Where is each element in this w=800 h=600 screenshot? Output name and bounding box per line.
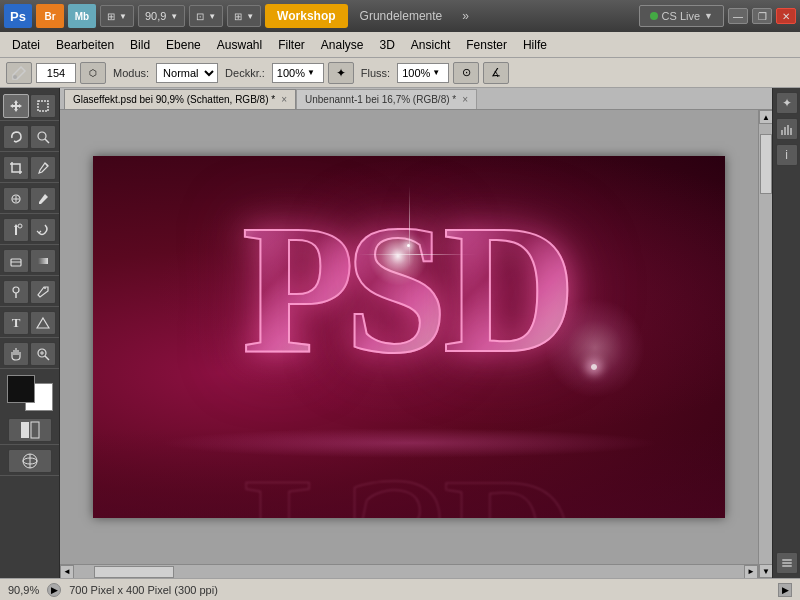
v-scroll-down-button[interactable]: ▼ bbox=[759, 564, 772, 578]
minimize-button[interactable]: — bbox=[728, 8, 748, 24]
3d-mode-group bbox=[0, 447, 59, 476]
svg-rect-19 bbox=[21, 422, 29, 438]
eyedropper-tool[interactable] bbox=[30, 156, 56, 180]
menu-auswahl[interactable]: Auswahl bbox=[209, 35, 270, 55]
panel-extras-icon[interactable]: ✦ bbox=[776, 92, 798, 114]
svg-rect-11 bbox=[38, 258, 48, 264]
shape-tool[interactable] bbox=[30, 311, 56, 335]
menu-filter[interactable]: Filter bbox=[270, 35, 313, 55]
eraser-tool[interactable] bbox=[3, 249, 29, 273]
close-button[interactable]: ✕ bbox=[776, 8, 796, 24]
healing-tool[interactable] bbox=[3, 187, 29, 211]
h-scroll-right-button[interactable]: ► bbox=[744, 565, 758, 579]
menu-datei[interactable]: Datei bbox=[4, 35, 48, 55]
status-arrow-button[interactable]: ▶ bbox=[778, 583, 792, 597]
svg-point-8 bbox=[18, 224, 22, 228]
svg-rect-28 bbox=[782, 565, 792, 567]
panel-layers-icon[interactable] bbox=[776, 552, 798, 574]
move-tool[interactable] bbox=[3, 94, 29, 118]
svg-rect-27 bbox=[790, 128, 792, 135]
menu-3d[interactable]: 3D bbox=[372, 35, 403, 55]
tab-unbenannt-label: Unbenannt-1 bei 16,7% (RGB/8) * bbox=[305, 94, 456, 105]
tab-glaseffekt-close[interactable]: × bbox=[281, 94, 287, 105]
brush-angle-icon[interactable]: ∡ bbox=[483, 62, 509, 84]
panel-info-icon[interactable]: i bbox=[776, 144, 798, 166]
svg-point-0 bbox=[13, 75, 17, 79]
h-scroll-thumb[interactable] bbox=[94, 566, 174, 578]
ps-icon: Ps bbox=[4, 4, 32, 28]
brush-tool[interactable] bbox=[30, 187, 56, 211]
brush-size-value: 154 bbox=[47, 67, 65, 79]
workspace-button[interactable]: Workshop bbox=[265, 4, 347, 28]
stamp-tool[interactable] bbox=[3, 218, 29, 242]
options-bar: 154 ⬡ Modus: Normal Deckkr.: 100% ▼ ✦ Fl… bbox=[0, 58, 800, 88]
menu-fenster[interactable]: Fenster bbox=[458, 35, 515, 55]
status-info-icon[interactable]: ▶ bbox=[47, 583, 61, 597]
mb-icon[interactable]: Mb bbox=[68, 4, 96, 28]
crop-tool[interactable] bbox=[3, 156, 29, 180]
h-scroll-track bbox=[74, 565, 744, 578]
mode-select[interactable]: Normal bbox=[156, 63, 218, 83]
tab-glaseffekt-label: Glaseffekt.psd bei 90,9% (Schatten, RGB/… bbox=[73, 94, 275, 105]
marquee-tool[interactable] bbox=[30, 94, 56, 118]
more-workspaces-label[interactable]: » bbox=[454, 9, 477, 23]
text-tool[interactable]: T bbox=[3, 311, 29, 335]
title-bar: Ps Br Mb ⊞▼ 90,9 ▼ ⊡▼ ⊞▼ Workshop Grunde… bbox=[0, 0, 800, 32]
hand-tool[interactable] bbox=[3, 342, 29, 366]
br-icon[interactable]: Br bbox=[36, 4, 64, 28]
v-scroll-up-button[interactable]: ▲ bbox=[759, 110, 772, 124]
tab-glaseffekt[interactable]: Glaseffekt.psd bei 90,9% (Schatten, RGB/… bbox=[64, 89, 296, 109]
cs-live-button[interactable]: CS Live ▼ bbox=[639, 5, 724, 27]
status-size: 700 Pixel x 400 Pixel (300 ppi) bbox=[69, 584, 770, 596]
tab-unbenannt[interactable]: Unbenannt-1 bei 16,7% (RGB/8) * × bbox=[296, 89, 477, 109]
screen-mode-dropdown[interactable]: ⊡▼ bbox=[189, 5, 223, 27]
zoom-dropdown[interactable]: 90,9 ▼ bbox=[138, 5, 185, 27]
menu-analyse[interactable]: Analyse bbox=[313, 35, 372, 55]
canvas-wrapper[interactable]: P S bbox=[60, 110, 758, 564]
vertical-scrollbar: ▲ ▼ bbox=[758, 110, 772, 578]
brush-tool-icon[interactable] bbox=[6, 62, 32, 84]
gradient-tool[interactable] bbox=[30, 249, 56, 273]
h-scroll-left-button[interactable]: ◄ bbox=[60, 565, 74, 579]
eraser-tool-group bbox=[0, 247, 59, 276]
extras-dropdown[interactable]: ⊞▼ bbox=[227, 5, 261, 27]
flow-value-box[interactable]: 100% ▼ bbox=[397, 63, 449, 83]
opacity-value-box[interactable]: 100% ▼ bbox=[272, 63, 324, 83]
lasso-tool-group bbox=[0, 123, 59, 152]
history-brush-tool[interactable] bbox=[30, 218, 56, 242]
restore-button[interactable]: ❐ bbox=[752, 8, 772, 24]
3d-mode-tool[interactable] bbox=[8, 449, 52, 473]
v-scroll-thumb[interactable] bbox=[760, 134, 772, 194]
dodge-tool[interactable] bbox=[3, 280, 29, 304]
airbrush-icon[interactable]: ✦ bbox=[328, 62, 354, 84]
menu-hilfe[interactable]: Hilfe bbox=[515, 35, 555, 55]
panel-histogram-icon[interactable] bbox=[776, 118, 798, 140]
zoom-value: 90,9 bbox=[145, 10, 166, 22]
quick-mask-tool[interactable] bbox=[8, 418, 52, 442]
zoom-tool[interactable] bbox=[30, 342, 56, 366]
brush-preset-icon[interactable]: ⬡ bbox=[80, 62, 106, 84]
stamp-tool-group bbox=[0, 216, 59, 245]
menu-bild[interactable]: Bild bbox=[122, 35, 158, 55]
lasso-tool[interactable] bbox=[3, 125, 29, 149]
svg-point-14 bbox=[44, 287, 46, 289]
canvas-scroll-area: P S bbox=[60, 110, 772, 578]
selection-tool-group bbox=[0, 92, 59, 121]
svg-rect-30 bbox=[782, 559, 792, 561]
menu-bearbeiten[interactable]: Bearbeiten bbox=[48, 35, 122, 55]
brush-size-box[interactable]: 154 bbox=[36, 63, 76, 83]
menu-ebene[interactable]: Ebene bbox=[158, 35, 209, 55]
arrange-dropdown[interactable]: ⊞▼ bbox=[100, 5, 134, 27]
dodge-tool-group bbox=[0, 278, 59, 307]
left-toolbar: T bbox=[0, 88, 60, 578]
quick-select-tool[interactable] bbox=[30, 125, 56, 149]
svg-line-3 bbox=[45, 139, 49, 143]
tab-unbenannt-close[interactable]: × bbox=[462, 94, 468, 105]
pen-tool[interactable] bbox=[30, 280, 56, 304]
grundelemente-label[interactable]: Grundelemente bbox=[352, 9, 451, 23]
hand-tool-group bbox=[0, 340, 59, 369]
stylus-pressure-icon[interactable]: ⊙ bbox=[453, 62, 479, 84]
svg-line-16 bbox=[45, 356, 49, 360]
menu-ansicht[interactable]: Ansicht bbox=[403, 35, 458, 55]
foreground-color-swatch[interactable] bbox=[7, 375, 35, 403]
